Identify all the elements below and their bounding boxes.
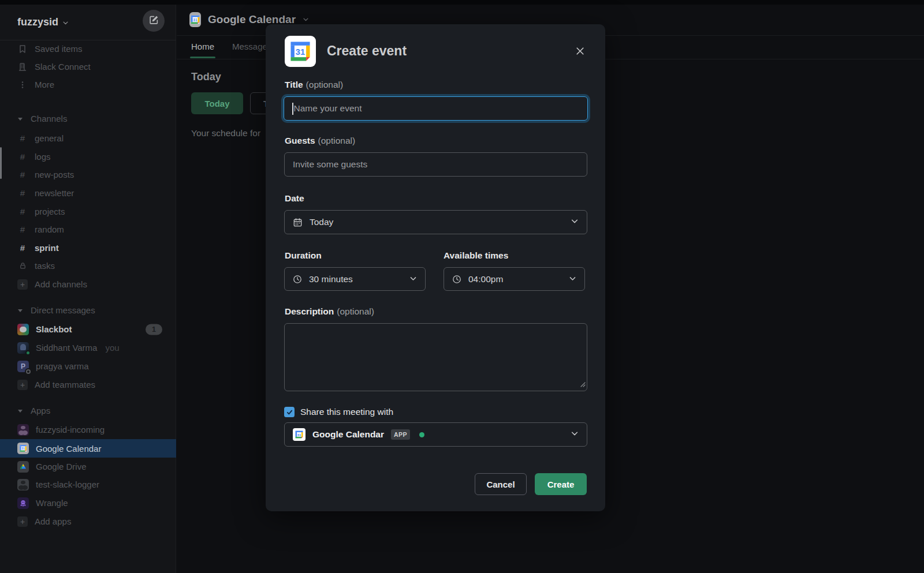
tab-home[interactable]: Home [191, 42, 214, 51]
plus-icon: + [17, 380, 28, 390]
dm-pragya-varma[interactable]: P pragya varma [0, 357, 176, 375]
svg-text:31: 31 [297, 433, 301, 437]
app-avatar [17, 479, 29, 490]
section-collapse-icon [17, 406, 23, 415]
sidebar-item-saved-items[interactable]: Saved items [0, 40, 176, 58]
add-teammates-label: Add teammates [35, 380, 95, 390]
apps-section-header[interactable]: Apps [0, 402, 176, 420]
hash-icon: # [17, 133, 28, 143]
dm-slackbot[interactable]: Slackbot 1 [0, 320, 176, 338]
slack-window: fuzzysid Saved items Slack Connect [0, 0, 924, 573]
section-label: Channels [31, 114, 67, 123]
hash-icon: # [17, 170, 28, 179]
chevron-down-icon [571, 429, 579, 440]
date-select[interactable]: Today [284, 210, 587, 234]
workspace-switcher[interactable]: fuzzysid [17, 15, 69, 29]
available-times-select[interactable]: 04:00pm [444, 267, 585, 291]
plus-icon: + [17, 516, 28, 527]
channel-newsletter[interactable]: # newsletter [0, 184, 176, 202]
calendar-icon [293, 218, 303, 227]
sidebar-scroll-indicator[interactable] [0, 147, 2, 179]
dm-you-suffix: you [105, 343, 119, 353]
google-calendar-icon: 31 [189, 12, 201, 27]
create-event-modal: 31 Create event Title(optional) Name you… [266, 24, 605, 511]
channel-random[interactable]: # random [0, 220, 176, 238]
chevron-down-icon [569, 274, 576, 284]
chevron-down-icon [409, 274, 417, 284]
duration-select[interactable]: 30 minutes [284, 267, 426, 291]
channel-label: random [35, 224, 64, 234]
sidebar: fuzzysid Saved items Slack Connect [0, 0, 176, 573]
section-label: Direct messages [31, 305, 95, 315]
channel-general[interactable]: # general [0, 129, 176, 147]
sidebar-item-slack-connect[interactable]: Slack Connect [0, 58, 176, 76]
unread-badge: 1 [146, 324, 162, 335]
date-field-label: Date [285, 193, 304, 204]
label-text: Title [285, 80, 303, 89]
app-fuzzysid-incoming[interactable]: fuzzysid-incoming [0, 421, 176, 439]
description-textarea[interactable] [284, 323, 587, 391]
label-optional: (optional) [318, 136, 356, 145]
user-avatar [17, 342, 29, 354]
presence-online-dot [25, 350, 31, 355]
bookmark-icon [17, 44, 28, 54]
app-name: fuzzysid-incoming [36, 425, 105, 435]
guests-field-label: Guests(optional) [285, 136, 355, 146]
channel-projects[interactable]: # projects [0, 203, 176, 220]
close-icon[interactable] [571, 42, 589, 60]
sidebar-item-label: Slack Connect [35, 62, 91, 72]
lock-icon [17, 261, 28, 271]
dm-siddhant-varma[interactable]: Siddhant Varma you [0, 339, 176, 357]
title-input[interactable]: Name your event [284, 96, 588, 121]
add-channels-label: Add channels [35, 279, 87, 289]
channel-tasks-private[interactable]: tasks [0, 257, 176, 275]
ellipsis-vertical-icon [17, 80, 28, 90]
section-collapse-icon [17, 305, 23, 315]
dms-section-header[interactable]: Direct messages [0, 301, 176, 319]
channel-sprint-unread[interactable]: # sprint [0, 239, 176, 257]
channel-logs[interactable]: # logs [0, 148, 176, 166]
sidebar-item-label: More [35, 80, 54, 89]
compose-icon [149, 15, 159, 27]
sidebar-item-label: Saved items [35, 44, 83, 54]
checkbox-checked[interactable] [284, 407, 295, 417]
presence-offline-ring [26, 369, 31, 374]
window-top-strip [0, 0, 924, 5]
channels-section-header[interactable]: Channels [0, 110, 176, 128]
add-channels-button[interactable]: + Add channels [0, 275, 176, 293]
app-avatar [17, 424, 29, 436]
sidebar-item-more[interactable]: More [0, 76, 176, 93]
today-filter-button[interactable]: Today [191, 92, 243, 114]
presence-online-dot [419, 432, 424, 437]
chevron-down-icon [62, 17, 69, 29]
app-badge: APP [391, 429, 410, 440]
app-wrangle[interactable]: Wrangle [0, 494, 176, 512]
channel-new-posts[interactable]: # new-posts [0, 166, 176, 183]
share-meeting-checkbox-row[interactable]: Share this meeting with [284, 407, 393, 417]
app-name: Wrangle [36, 498, 68, 508]
cancel-button[interactable]: Cancel [475, 473, 527, 495]
building-icon [17, 62, 28, 72]
create-button[interactable]: Create [535, 473, 587, 495]
add-teammates-button[interactable]: + Add teammates [0, 376, 176, 394]
compose-button[interactable] [143, 10, 165, 32]
workspace-name: fuzzysid [17, 16, 58, 28]
google-drive-icon [17, 461, 29, 473]
hash-icon: # [17, 243, 28, 253]
dm-name: Siddhant Varma [36, 343, 97, 353]
share-app-name: Google Calendar [312, 429, 384, 440]
app-google-drive[interactable]: Google Drive [0, 458, 176, 475]
user-avatar: P [17, 361, 29, 372]
share-app-select[interactable]: 31 Google Calendar APP [284, 422, 587, 447]
guests-input[interactable]: Invite some guests [284, 152, 587, 177]
app-test-slack-logger[interactable]: test-slack-logger [0, 475, 176, 493]
add-apps-button[interactable]: + Add apps [0, 512, 176, 530]
hash-icon: # [17, 152, 28, 162]
resize-handle-icon[interactable] [579, 379, 586, 390]
section-collapse-icon [17, 114, 23, 123]
date-value: Today [310, 217, 333, 227]
channel-label: new-posts [35, 170, 74, 179]
today-heading: Today [191, 71, 221, 83]
schedule-intro-text: Your schedule for [191, 128, 260, 138]
app-google-calendar-selected[interactable]: 31 Google Calendar [0, 439, 176, 458]
